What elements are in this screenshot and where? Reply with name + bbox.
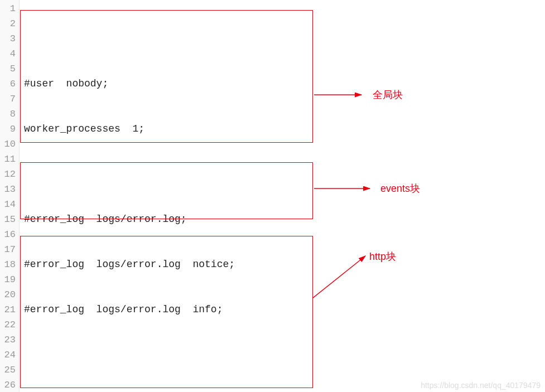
line-number: 10 [0,137,16,152]
line-number: 20 [0,287,16,302]
line-number: 11 [0,152,16,167]
line-number: 17 [0,242,16,257]
line-number: 24 [0,347,16,362]
code-line: #error_log logs/error.log notice; [24,257,545,272]
line-number: 7 [0,91,16,107]
code-line: #error_log logs/error.log info; [24,302,545,317]
line-number: 3 [0,31,16,46]
line-number-gutter: 1 2 3 4 5 6 7 8 9 10 11 12 13 14 15 16 1… [0,0,20,392]
line-number: 21 [0,302,16,317]
line-number: 6 [0,76,16,91]
line-number: 4 [0,46,16,61]
code-line: #user nobody; [24,76,545,91]
line-number: 19 [0,272,16,287]
line-number: 14 [0,197,16,212]
annotation-label-http: http块 [369,250,396,263]
code-content: #user nobody; worker_processes 1; #error… [20,0,545,392]
watermark: https://blog.csdn.net/qq_40179479 [421,381,541,390]
line-number: 8 [0,107,16,122]
code-editor: 1 2 3 4 5 6 7 8 9 10 11 12 13 14 15 16 1… [0,0,545,392]
line-number: 15 [0,212,16,227]
line-number: 22 [0,317,16,332]
code-line [24,347,545,362]
line-number: 18 [0,257,16,272]
line-number: 23 [0,332,16,347]
line-number: 1 [0,1,16,16]
code-line: worker_processes 1; [24,122,545,137]
line-number: 2 [0,16,16,31]
code-line [24,167,545,182]
line-number: 9 [0,122,16,137]
line-number: 26 [0,378,16,392]
line-number: 5 [0,61,16,76]
line-number: 12 [0,167,16,182]
line-number: 16 [0,227,16,242]
annotation-label-events: events块 [380,182,420,195]
code-line: #error_log logs/error.log; [24,212,545,227]
annotation-label-global: 全局块 [373,88,403,101]
line-number: 13 [0,182,16,197]
line-number: 25 [0,362,16,378]
code-line [24,31,545,46]
